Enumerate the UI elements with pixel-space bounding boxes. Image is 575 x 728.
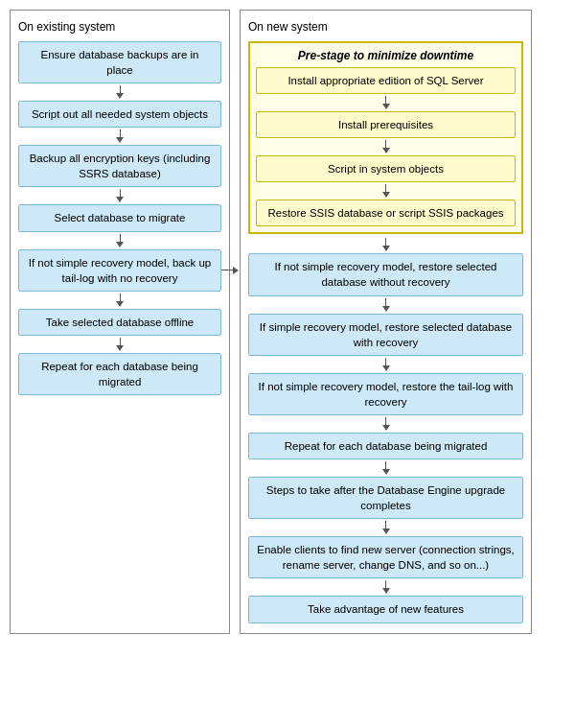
right-step-5: Steps to take after the Database Engine … bbox=[248, 477, 523, 519]
right-prestage-step-1: Install appropriate edition of SQL Serve… bbox=[256, 67, 516, 94]
arrow bbox=[382, 238, 390, 251]
right-step-3: If not simple recovery model, restore th… bbox=[248, 373, 523, 415]
arrow bbox=[256, 96, 516, 109]
prestage-title: Pre-stage to minimize downtime bbox=[256, 49, 516, 62]
right-step-1: If not simple recovery model, restore se… bbox=[248, 253, 523, 295]
left-step-4: Select database to migrate bbox=[18, 204, 221, 231]
prestage-section: Pre-stage to minimize downtime Install a… bbox=[248, 41, 523, 234]
right-step-2: If simple recovery model, restore select… bbox=[248, 314, 523, 356]
arrow bbox=[116, 338, 124, 351]
left-step-3: Backup all encryption keys (including SS… bbox=[18, 145, 221, 187]
right-step-6: Enable clients to find new server (conne… bbox=[248, 536, 523, 578]
arrow bbox=[256, 184, 516, 198]
left-step-6: Take selected database offline bbox=[18, 309, 221, 336]
arrow bbox=[116, 234, 124, 247]
right-step-7: Take advantage of new features bbox=[248, 596, 523, 622]
arrow bbox=[382, 521, 390, 534]
left-column: On existing system Ensure database backu… bbox=[10, 10, 230, 634]
arrow bbox=[382, 358, 390, 371]
arrow bbox=[116, 294, 124, 307]
diagram: On existing system Ensure database backu… bbox=[10, 10, 565, 634]
right-prestage-step-4: Restore SSIS database or script SSIS pac… bbox=[256, 200, 516, 226]
connector-arrow bbox=[221, 267, 239, 274]
arrow bbox=[116, 189, 124, 202]
arrow bbox=[382, 417, 390, 431]
arrow bbox=[382, 461, 390, 475]
left-step-5-container: If not simple recovery model, back up ta… bbox=[18, 249, 221, 292]
left-step-7: Repeat for each database being migrated bbox=[18, 353, 221, 395]
right-column-title: On new system bbox=[248, 20, 328, 34]
arrow bbox=[116, 129, 124, 143]
right-column: On new system Pre-stage to minimize down… bbox=[240, 10, 532, 634]
left-step-2: Script out all needed system objects bbox=[18, 101, 221, 128]
arrow bbox=[382, 580, 390, 594]
arrow bbox=[382, 298, 390, 312]
left-step-1: Ensure database backups are in place bbox=[18, 41, 221, 83]
left-step-5: If not simple recovery model, back up ta… bbox=[18, 249, 221, 292]
right-step-4: Repeat for each database being migrated bbox=[248, 433, 523, 459]
right-prestage-step-2: Install prerequisites bbox=[256, 111, 516, 138]
right-prestage-step-3: Script in system objects bbox=[256, 155, 516, 182]
arrow bbox=[116, 85, 124, 99]
left-column-title: On existing system bbox=[18, 20, 115, 34]
arrow bbox=[256, 140, 516, 153]
